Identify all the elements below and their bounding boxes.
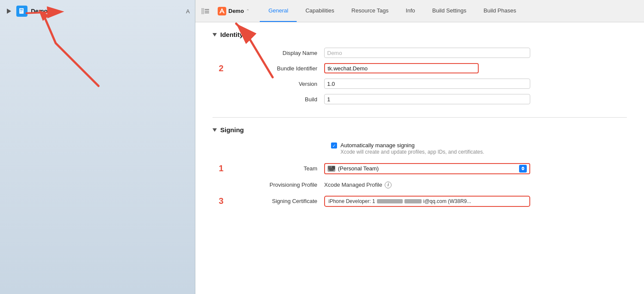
chevron-down-icon (521, 169, 525, 170)
identity-section-header: Identity (213, 31, 627, 38)
display-name-input[interactable] (324, 48, 530, 58)
cert-text-start: iPhone Developer: 1 (328, 198, 375, 204)
cert-blurred-1 (377, 199, 403, 203)
display-name-label: Display Name (213, 50, 324, 56)
version-row: Version (213, 78, 627, 90)
display-name-row: Display Name (213, 47, 627, 59)
auto-sign-row: ✓ Automatically manage signing Xcode wil… (213, 142, 627, 156)
team-select[interactable]: (Personal Team) (324, 163, 530, 174)
provisioning-profile-text: Xcode Managed Profile (324, 182, 382, 188)
tab-capabilities[interactable]: Capabilities (297, 0, 343, 22)
svg-rect-2 (20, 9, 23, 10)
main-content: Demo ⌃ General Capabilities Resource Tag… (195, 0, 644, 294)
provisioning-row: Provisioning Profile Xcode Managed Profi… (213, 179, 627, 191)
provisioning-value: Xcode Managed Profile i (324, 182, 392, 188)
tab-resource-tags[interactable]: Resource Tags (343, 0, 397, 22)
signing-collapse-toggle[interactable] (213, 128, 217, 132)
identity-collapse-toggle[interactable] (213, 33, 217, 36)
toolbar-project-selector[interactable]: Demo ⌃ (214, 5, 253, 17)
version-input[interactable] (324, 79, 530, 89)
sidebar-toggle-button[interactable] (199, 5, 212, 18)
toolbar-tabs: General Capabilities Resource Tags Info … (260, 0, 525, 22)
cert-row: 3 Signing Certificate iPhone Developer: … (213, 195, 627, 207)
bundle-id-row: 2 Bundle Identifier (213, 62, 627, 74)
build-input[interactable] (324, 94, 530, 104)
version-label: Version (213, 81, 324, 87)
auto-sign-checkbox-container: ✓ Automatically manage signing Xcode wil… (331, 142, 484, 156)
chevron-up-icon (521, 167, 525, 168)
bundle-id-input[interactable] (324, 63, 479, 73)
team-row: 1 Team (Personal Team) (213, 163, 627, 175)
content-area: Identity Display Name 2 Bundle Identifie… (195, 22, 644, 294)
tab-info[interactable]: Info (397, 0, 424, 22)
build-row: Build (213, 93, 627, 105)
team-label: Team (230, 165, 324, 172)
tab-general[interactable]: General (260, 0, 297, 22)
auto-sign-label-group: Automatically manage signing Xcode will … (340, 142, 484, 156)
signing-section-header: Signing (213, 126, 627, 133)
arrows-overlay (0, 0, 195, 294)
sidebar-account-letter: A (186, 8, 190, 15)
cert-value: iPhone Developer: 1 i@qq.com (W38R9... (324, 196, 530, 207)
toolbar: Demo ⌃ General Capabilities Resource Tag… (195, 0, 644, 22)
build-label: Build (213, 96, 324, 103)
info-icon[interactable]: i (385, 182, 392, 188)
svg-rect-4 (20, 12, 22, 12)
annotation-1: 1 (213, 164, 230, 173)
provisioning-label: Provisioning Profile (230, 182, 324, 188)
cert-text-end: i@qq.com (W38R9... (423, 198, 471, 204)
team-avatar (328, 166, 335, 172)
team-select-inner: (Personal Team) (328, 165, 519, 172)
project-icon (16, 6, 27, 17)
toolbar-project-icon (218, 7, 226, 15)
auto-sign-label: Automatically manage signing (340, 142, 484, 149)
annotation-3: 3 (213, 196, 230, 206)
identity-section-title: Identity (220, 31, 243, 38)
sidebar: Demo A (0, 0, 195, 294)
signing-section-title: Signing (220, 126, 244, 133)
sidebar-project-title: Demo (31, 8, 182, 15)
tab-build-settings[interactable]: Build Settings (424, 0, 475, 22)
svg-rect-3 (20, 10, 23, 11)
svg-rect-15 (329, 168, 334, 171)
cert-label: Signing Certificate (230, 198, 324, 204)
identity-section: Identity Display Name 2 Bundle Identifie… (195, 22, 644, 117)
toolbar-chevron-icon: ⌃ (246, 9, 249, 13)
toolbar-project-name: Demo (228, 8, 244, 14)
team-select-chevron (519, 165, 527, 173)
team-value: (Personal Team) (338, 165, 379, 172)
svg-rect-9 (201, 8, 204, 14)
auto-sign-sublabel: Xcode will create and update profiles, a… (340, 149, 484, 156)
auto-sign-checkbox[interactable]: ✓ (331, 142, 337, 149)
sidebar-header: Demo A (0, 0, 195, 22)
signing-section: Signing ✓ Automatically manage signing X… (195, 118, 644, 224)
svg-marker-0 (7, 9, 11, 14)
bundle-id-label: Bundle Identifier (230, 65, 324, 72)
play-button[interactable] (5, 7, 13, 15)
svg-rect-1 (19, 8, 24, 14)
tab-build-phases[interactable]: Build Phases (475, 0, 525, 22)
annotation-2: 2 (213, 64, 230, 73)
cert-blurred-2 (404, 199, 422, 203)
